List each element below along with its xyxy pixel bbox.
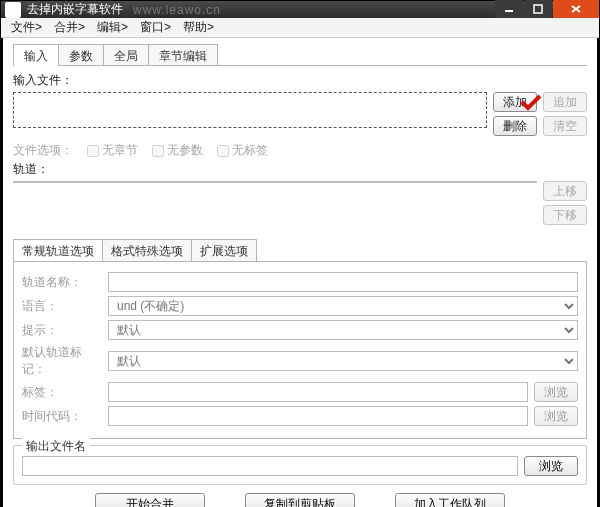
copy-clipboard-button[interactable]: 复制到剪贴板 [245,493,355,507]
svg-rect-1 [534,5,542,13]
output-browse-button[interactable]: 浏览 [524,456,578,476]
title-bar: 去掉内嵌字幕软件 www.leawo.cn [1,1,599,18]
tab-global[interactable]: 全局 [103,44,149,66]
subtab-general[interactable]: 常规轨道选项 [13,239,103,261]
no-params-checkbox[interactable]: 无参数 [152,142,203,159]
tracks-label: 轨道： [13,161,587,178]
no-chapter-checkbox[interactable]: 无章节 [87,142,138,159]
start-merge-button[interactable]: 开始合并 [95,493,205,507]
check-icon [520,94,542,115]
menu-window[interactable]: 窗口> [134,17,177,38]
append-button[interactable]: 追加 [543,92,587,112]
track-name-input[interactable] [108,272,578,292]
tags-browse-button[interactable]: 浏览 [534,382,578,402]
clear-button[interactable]: 清空 [543,116,587,136]
hint-label: 提示： [22,322,102,339]
window-title: 去掉内嵌字幕软件 [27,1,123,18]
output-legend: 输出文件名 [22,438,90,455]
subtab-special[interactable]: 格式特殊选项 [102,239,192,261]
input-file-list[interactable] [13,92,487,128]
move-up-button[interactable]: 上移 [543,181,587,201]
default-flag-label: 默认轨道标记： [22,344,102,378]
track-options-panel: 轨道名称： 语言： und (不确定) 提示： 默认 默认轨道标记： 默认 标签… [13,261,587,439]
main-tabs: 输入 参数 全局 章节编辑 [13,44,587,66]
tab-input[interactable]: 输入 [13,44,59,66]
minimize-button[interactable] [495,0,523,18]
add-button[interactable]: 添加 [493,92,537,112]
app-icon [5,2,21,18]
sub-tabs: 常规轨道选项 格式特殊选项 扩展选项 [13,239,587,261]
close-button[interactable] [553,0,599,18]
tags-input[interactable] [108,382,528,402]
window-url: www.leawo.cn [133,3,221,17]
maximize-button[interactable] [524,0,552,18]
menu-file[interactable]: 文件> [5,17,48,38]
file-options-label: 文件选项： [13,142,73,159]
timecode-browse-button[interactable]: 浏览 [534,406,578,426]
add-queue-button[interactable]: 加入工作队列 [395,493,505,507]
menu-merge[interactable]: 合并> [48,17,91,38]
timecode-input[interactable] [108,406,528,426]
tracks-list[interactable] [13,181,537,183]
tab-params[interactable]: 参数 [58,44,104,66]
tags-label: 标签： [22,384,102,401]
output-path-input[interactable] [22,456,518,476]
timecode-label: 时间代码： [22,408,102,425]
subtab-ext[interactable]: 扩展选项 [191,239,257,261]
input-file-label: 输入文件： [13,72,587,89]
hint-select[interactable]: 默认 [108,320,578,340]
delete-button[interactable]: 删除 [493,116,537,136]
no-tags-checkbox[interactable]: 无标签 [217,142,268,159]
menu-help[interactable]: 帮助> [177,17,220,38]
output-group: 输出文件名 浏览 [13,445,587,485]
language-label: 语言： [22,298,102,315]
track-name-label: 轨道名称： [22,274,102,291]
tab-chapter[interactable]: 章节编辑 [148,44,218,66]
menu-bar: 文件> 合并> 编辑> 窗口> 帮助> [1,18,599,38]
language-select[interactable]: und (不确定) [108,296,578,316]
move-down-button[interactable]: 下移 [543,205,587,225]
menu-edit[interactable]: 编辑> [91,17,134,38]
default-flag-select[interactable]: 默认 [108,351,578,371]
